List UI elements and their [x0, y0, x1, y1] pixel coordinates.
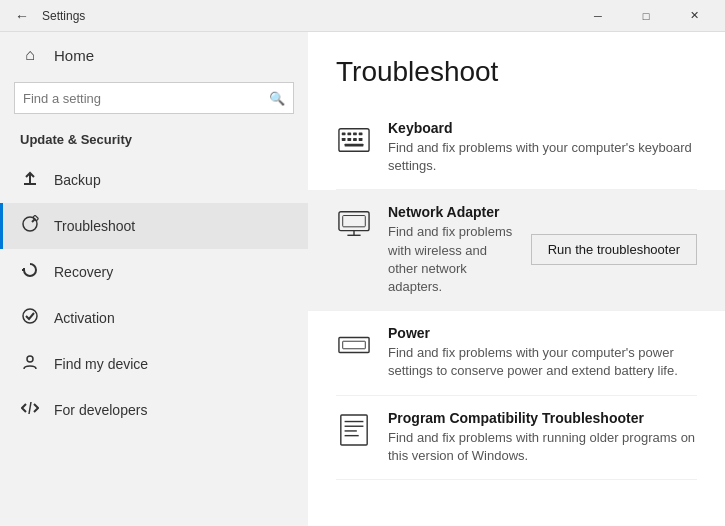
- keyboard-title: Keyboard: [388, 120, 697, 136]
- activation-icon: [20, 307, 40, 329]
- sidebar-item-home[interactable]: ⌂ Home: [0, 32, 308, 78]
- content-area: Troubleshoot: [308, 32, 725, 526]
- for-developers-icon: [20, 399, 40, 421]
- recovery-icon: [20, 261, 40, 283]
- sidebar-item-troubleshoot[interactable]: Troubleshoot: [0, 203, 308, 249]
- sidebar: ⌂ Home 🔍 Update & Security Backup: [0, 32, 308, 526]
- troubleshoot-list: Keyboard Find and fix problems with your…: [336, 106, 697, 480]
- sidebar-home-label: Home: [54, 47, 94, 64]
- svg-rect-10: [347, 132, 351, 135]
- network-title: Network Adapter: [388, 204, 515, 220]
- compat-title: Program Compatibility Troubleshooter: [388, 410, 697, 426]
- search-input[interactable]: [23, 91, 269, 106]
- find-my-device-label: Find my device: [54, 356, 148, 372]
- recovery-label: Recovery: [54, 264, 113, 280]
- sidebar-item-backup[interactable]: Backup: [0, 157, 308, 203]
- svg-rect-12: [359, 132, 363, 135]
- svg-rect-24: [341, 414, 367, 444]
- maximize-button[interactable]: □: [623, 0, 669, 32]
- for-developers-label: For developers: [54, 402, 147, 418]
- power-desc: Find and fix problems with your computer…: [388, 344, 697, 380]
- network-desc: Find and fix problems with wireless and …: [388, 223, 515, 296]
- svg-rect-9: [342, 132, 346, 135]
- compat-icon: [336, 412, 372, 448]
- backup-label: Backup: [54, 172, 101, 188]
- svg-rect-18: [339, 212, 369, 231]
- svg-rect-11: [353, 132, 357, 135]
- main-layout: ⌂ Home 🔍 Update & Security Backup: [0, 32, 725, 526]
- network-icon: [336, 206, 372, 242]
- svg-point-5: [23, 309, 37, 323]
- network-text: Network Adapter Find and fix problems wi…: [388, 204, 515, 296]
- power-title: Power: [388, 325, 697, 341]
- find-my-device-icon: [20, 353, 40, 375]
- svg-rect-14: [347, 138, 351, 141]
- svg-rect-22: [339, 338, 369, 353]
- titlebar: ← Settings ─ □ ✕: [0, 0, 725, 32]
- svg-rect-15: [353, 138, 357, 141]
- troubleshoot-network: Network Adapter Find and fix problems wi…: [308, 190, 725, 311]
- troubleshoot-compat: Program Compatibility Troubleshooter Fin…: [336, 396, 697, 480]
- sidebar-item-activation[interactable]: Activation: [0, 295, 308, 341]
- network-actions: Run the troubleshooter: [531, 204, 697, 265]
- compat-text: Program Compatibility Troubleshooter Fin…: [388, 410, 697, 465]
- troubleshoot-keyboard: Keyboard Find and fix problems with your…: [336, 106, 697, 190]
- troubleshoot-label: Troubleshoot: [54, 218, 135, 234]
- svg-rect-23: [343, 341, 366, 349]
- power-icon: [336, 327, 372, 363]
- troubleshoot-icon: [20, 215, 40, 237]
- back-button[interactable]: ←: [8, 2, 36, 30]
- compat-desc: Find and fix problems with running older…: [388, 429, 697, 465]
- page-title: Troubleshoot: [336, 56, 697, 88]
- sidebar-item-for-developers[interactable]: For developers: [0, 387, 308, 433]
- troubleshoot-power: Power Find and fix problems with your co…: [336, 311, 697, 395]
- svg-point-6: [27, 356, 33, 362]
- activation-label: Activation: [54, 310, 115, 326]
- close-button[interactable]: ✕: [671, 0, 717, 32]
- search-icon: 🔍: [269, 91, 285, 106]
- svg-rect-21: [343, 216, 366, 227]
- sidebar-item-find-my-device[interactable]: Find my device: [0, 341, 308, 387]
- power-text: Power Find and fix problems with your co…: [388, 325, 697, 380]
- minimize-button[interactable]: ─: [575, 0, 621, 32]
- backup-icon: [20, 169, 40, 191]
- svg-rect-17: [345, 144, 364, 147]
- keyboard-text: Keyboard Find and fix problems with your…: [388, 120, 697, 175]
- sidebar-section-title: Update & Security: [0, 126, 308, 157]
- keyboard-desc: Find and fix problems with your computer…: [388, 139, 697, 175]
- search-box[interactable]: 🔍: [14, 82, 294, 114]
- svg-rect-13: [342, 138, 346, 141]
- titlebar-title: Settings: [42, 9, 85, 23]
- run-troubleshooter-button[interactable]: Run the troubleshooter: [531, 234, 697, 265]
- keyboard-icon: [336, 122, 372, 158]
- svg-line-7: [29, 402, 31, 414]
- home-icon: ⌂: [20, 46, 40, 64]
- sidebar-item-recovery[interactable]: Recovery: [0, 249, 308, 295]
- svg-rect-16: [359, 138, 363, 141]
- titlebar-controls: ─ □ ✕: [575, 0, 717, 32]
